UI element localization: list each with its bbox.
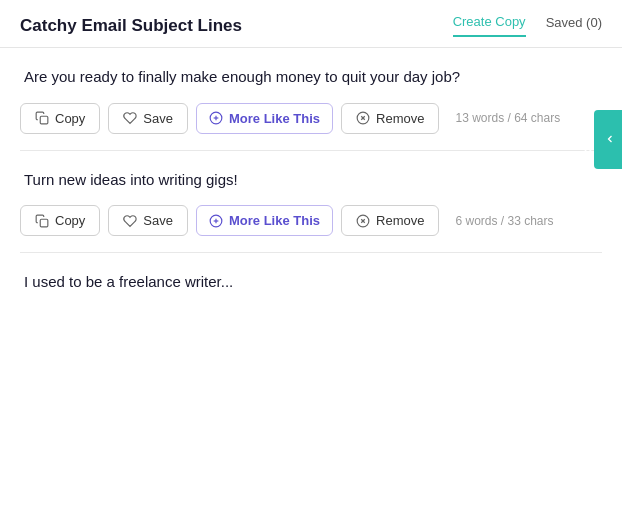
x-circle-icon-2	[356, 214, 370, 228]
actions-row-1: Copy Save More Like This Remove 13	[20, 103, 602, 134]
copy-icon-2	[35, 214, 49, 228]
word-count-1: 13 words / 64 chars	[455, 111, 560, 125]
actions-row-2: Copy Save More Like This Remove 6	[20, 205, 602, 236]
page-title: Catchy Email Subject Lines	[20, 16, 242, 36]
results-list: Are you ready to finally make enough mon…	[0, 48, 622, 324]
copy-icon-1	[35, 111, 49, 125]
more-like-this-button-1[interactable]: More Like This	[196, 103, 333, 134]
result-item-3: I used to be a freelance writer...	[20, 253, 602, 324]
result-item-1: Are you ready to finally make enough mon…	[20, 48, 602, 151]
close-sidebar-label: Close	[582, 122, 594, 157]
close-arrow-icon	[604, 133, 616, 145]
header-tabs: Create Copy Saved (0)	[453, 14, 602, 37]
heart-icon-2	[123, 214, 137, 228]
tab-saved[interactable]: Saved (0)	[546, 15, 602, 36]
save-button-1[interactable]: Save	[108, 103, 188, 134]
plus-circle-icon-1	[209, 111, 223, 125]
copy-button-1[interactable]: Copy	[20, 103, 100, 134]
tab-create-copy[interactable]: Create Copy	[453, 14, 526, 37]
result-item-2: Turn new ideas into writing gigs! Copy S…	[20, 151, 602, 254]
svg-rect-0	[40, 116, 48, 124]
save-button-2[interactable]: Save	[108, 205, 188, 236]
svg-rect-7	[40, 219, 48, 227]
remove-button-1[interactable]: Remove	[341, 103, 439, 134]
more-like-this-button-2[interactable]: More Like This	[196, 205, 333, 236]
result-text-1: Are you ready to finally make enough mon…	[20, 66, 602, 89]
x-circle-icon-1	[356, 111, 370, 125]
word-count-2: 6 words / 33 chars	[455, 214, 553, 228]
close-sidebar-button[interactable]: Close	[594, 110, 622, 169]
result-text-3: I used to be a freelance writer...	[20, 271, 602, 294]
heart-icon-1	[123, 111, 137, 125]
remove-button-2[interactable]: Remove	[341, 205, 439, 236]
page-header: Catchy Email Subject Lines Create Copy S…	[0, 0, 622, 48]
plus-circle-icon-2	[209, 214, 223, 228]
result-text-2: Turn new ideas into writing gigs!	[20, 169, 602, 192]
copy-button-2[interactable]: Copy	[20, 205, 100, 236]
